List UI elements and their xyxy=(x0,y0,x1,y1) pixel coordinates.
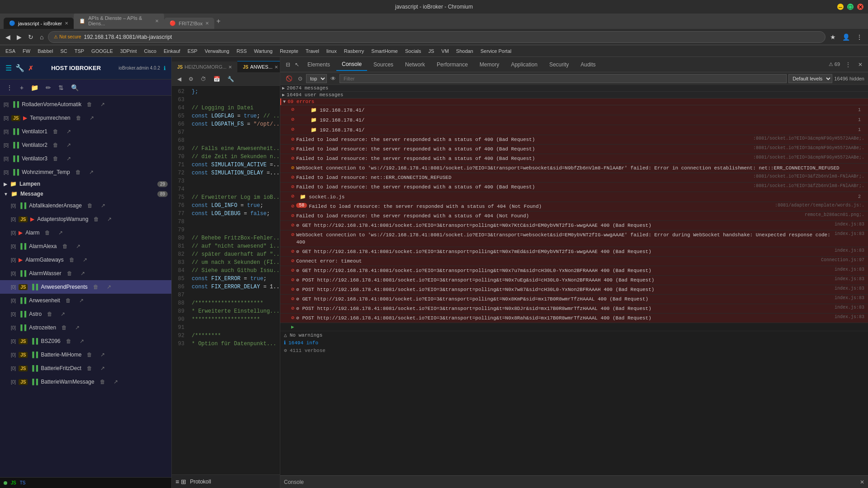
delete-button3[interactable]: 🗑 xyxy=(50,127,61,136)
bookmark-babbel[interactable]: Babbel xyxy=(36,47,55,55)
export-battwarn[interactable]: ↗ xyxy=(111,377,121,387)
tab-fritzbox[interactable]: 🔴 FRITZ!Box ✕ xyxy=(164,18,214,29)
delete-button5[interactable]: 🗑 xyxy=(50,154,61,164)
delete-button6[interactable]: 🗑 xyxy=(73,167,84,177)
eye-btn[interactable]: 👁 xyxy=(329,75,338,83)
delete-button[interactable]: 🗑 xyxy=(84,99,95,109)
clear-console-btn[interactable]: 🚫 xyxy=(284,75,294,83)
bookmark-travel[interactable]: Travel xyxy=(304,47,321,55)
bookmark-verwaltung[interactable]: Verwaltung xyxy=(203,47,231,55)
back-button[interactable]: ◀ xyxy=(4,32,12,42)
export-battfritz[interactable]: ↗ xyxy=(98,363,108,373)
err-source-get-1[interactable]: index.js:83 xyxy=(835,222,864,227)
bookmark-google[interactable]: GOOGLE xyxy=(90,47,115,55)
delete-battmi[interactable]: 🗑 xyxy=(84,350,95,360)
export-anwesenheit[interactable]: ↗ xyxy=(76,296,86,305)
export-button4[interactable]: ↗ xyxy=(64,140,74,150)
bookmark-cisco[interactable]: Cisco xyxy=(142,47,158,55)
tab-console[interactable]: Console xyxy=(336,58,367,71)
script-item-batterie-mihome[interactable]: [0] JS ▐▐ Batterie-MiHome 🗑 ↗ xyxy=(0,348,171,361)
tab-close-icon3[interactable]: ✕ xyxy=(205,21,209,26)
tab-performance[interactable]: Performance xyxy=(431,59,473,70)
export-abfall[interactable]: ↗ xyxy=(98,201,108,211)
delete-astrozeiten[interactable]: 🗑 xyxy=(59,323,70,333)
tab-apis[interactable]: 📋 APIs & Dienste – APIs & Diens... ✕ xyxy=(74,13,164,29)
bookmark-3dprint[interactable]: 3DPrint xyxy=(118,47,139,55)
bookmark-vm[interactable]: VM xyxy=(439,47,451,55)
context-selector[interactable]: top xyxy=(306,74,327,83)
bookmark-socials[interactable]: Socials xyxy=(403,47,423,55)
err-source-5[interactable]: :8081/socket.io?EIO=3&fZb6nVlm8-FNlAABr;… xyxy=(753,183,864,188)
script-item-wohnzimmer[interactable]: [0] ▐▐ Wohnzimmer_Temp 🗑 ↗ xyxy=(0,165,171,179)
script-item-bsz096[interactable]: [0] JS ▐▐ BSZ096 🗑 ↗ xyxy=(0,334,171,348)
delete-battwarn[interactable]: 🗑 xyxy=(97,377,108,387)
tab-close-icon[interactable]: ✕ xyxy=(65,21,68,26)
export-battmi[interactable]: ↗ xyxy=(98,350,108,360)
export-alarm[interactable]: ↗ xyxy=(56,228,66,238)
err-source-remote[interactable]: remote_b286acn01.png;. xyxy=(805,212,864,217)
delete-button2[interactable]: 🗑 xyxy=(73,113,84,123)
editor-time-btn[interactable]: ⏱ xyxy=(199,75,208,83)
filter-toggle-btn[interactable]: ⊙ xyxy=(296,75,304,83)
err-source-get-2[interactable]: index.js:83 xyxy=(835,248,864,253)
tab-audits[interactable]: Audits xyxy=(575,59,601,70)
tab-iobroker[interactable]: 🔵 javascript - ioBroker ✕ xyxy=(4,18,74,29)
tree-item-1[interactable]: 📁 192.168.178.41/ 1 xyxy=(296,106,864,114)
bookmark-wartung[interactable]: Wartung xyxy=(252,47,274,55)
section-16494[interactable]: ▶ 16494 user messages xyxy=(280,92,868,99)
bookmark-esp[interactable]: ESP xyxy=(186,47,199,55)
delete-alarm[interactable]: 🗑 xyxy=(42,228,53,238)
err-source-1[interactable]: :8081/socket.io?EIO=3&cmpNF9GyH5572AABe;… xyxy=(753,136,864,141)
devtools-more-btn[interactable]: ⋮ xyxy=(844,61,853,69)
delete-bsz[interactable]: 🗑 xyxy=(63,336,74,346)
err-source-2[interactable]: :8081/socket.io?EIO=3&cmpNF9GyH5572AABe;… xyxy=(753,145,864,150)
script-item-adapterstop[interactable]: [0] JS ▶ AdapterstopWarnung 🗑 ↗ xyxy=(0,212,171,226)
tree-item-3[interactable]: 📁 192.168.178.41/ 1 xyxy=(296,126,864,134)
export-bsz[interactable]: ↗ xyxy=(77,336,87,346)
bookmark-einkauf[interactable]: Einkauf xyxy=(162,47,182,55)
bookmark-shodan[interactable]: Shodan xyxy=(454,47,475,55)
bookmark-esa[interactable]: ESA xyxy=(4,47,17,55)
bookmark-fw[interactable]: FW xyxy=(21,47,32,55)
bookmark-linux[interactable]: linux xyxy=(325,47,339,55)
script-item-anwesendpresents[interactable]: [0] JS ▐▐ AnwesendPresents 🗑 ↗ xyxy=(0,280,171,294)
export-button5[interactable]: ↗ xyxy=(64,154,74,164)
bookmark-button[interactable]: ★ xyxy=(828,32,838,42)
section-20674[interactable]: ▶ 20674 messages xyxy=(280,85,868,92)
err-source-get-3[interactable]: index.js:83 xyxy=(835,267,864,272)
footer-close-icon[interactable]: ✕ xyxy=(860,479,864,485)
folder-lampen[interactable]: ▶ 📁 Lampen 29 xyxy=(0,179,171,189)
address-bar[interactable]: ⚠ Not secure 192.168.178.41:8081/#tab-ja… xyxy=(48,31,826,43)
export-adaptstop[interactable]: ↗ xyxy=(104,214,114,224)
err-source-ws2[interactable]: index.js:83 xyxy=(835,231,864,236)
script-item-alarmgateways[interactable]: [0] ▶ AlarmGateways 🗑 ↗ xyxy=(0,253,171,267)
delete-alarmgw[interactable]: 🗑 xyxy=(66,255,77,265)
toolbar-sort-button[interactable]: ⇅ xyxy=(56,82,66,93)
toolbar-add-button[interactable]: + xyxy=(17,82,26,93)
console-filter-input[interactable] xyxy=(340,74,787,83)
tree-socketio[interactable]: 📁 socket.io.js 2 xyxy=(296,193,864,201)
toolbar-edit-button[interactable]: ✏ xyxy=(43,82,54,93)
export-alarmw[interactable]: ↗ xyxy=(78,268,88,278)
info-count-row[interactable]: ℹ 16494 info xyxy=(280,339,868,347)
menu-button[interactable]: ⋮ xyxy=(854,32,864,42)
forward-button[interactable]: ▶ xyxy=(15,32,24,42)
script-item-ventilator1[interactable]: [0] ▐▐ Ventilator1 🗑 ↗ xyxy=(0,125,171,138)
user-menu-button[interactable]: 👤 xyxy=(840,32,852,42)
devtools-close-btn[interactable]: ✕ xyxy=(856,61,864,69)
script-item-astrozeiten[interactable]: [0] ▐▐ Astrozeiten 🗑 ↗ xyxy=(0,321,171,334)
toolbar-dots-button[interactable]: ⋮ xyxy=(4,82,15,93)
export-alarmalexa[interactable]: ↗ xyxy=(73,241,83,251)
script-item-tempumrechnen[interactable]: [0] JS ▶ Tempumrechnen 🗑 ↗ xyxy=(0,111,171,125)
export-button[interactable]: ↗ xyxy=(98,99,108,109)
delete-anwesend[interactable]: 🗑 xyxy=(90,282,101,292)
err-source-404[interactable]: :8081/adapter/template/words.js:. xyxy=(775,203,864,208)
delete-abfall[interactable]: 🗑 xyxy=(85,201,95,211)
delete-button4[interactable]: 🗑 xyxy=(50,140,61,150)
console-footer-label[interactable]: Console xyxy=(284,479,304,485)
bookmark-rss[interactable]: RSS xyxy=(235,47,249,55)
script-item-ventilator3[interactable]: [0] ▐▐ Ventilator3 🗑 ↗ xyxy=(0,152,171,165)
editor-wrench-btn[interactable]: 🔧 xyxy=(226,75,236,83)
tab-close-icon2[interactable]: ✕ xyxy=(155,19,159,23)
editor-tab-heizung[interactable]: JS HEIZUNGMORG... ✕ xyxy=(172,61,237,72)
